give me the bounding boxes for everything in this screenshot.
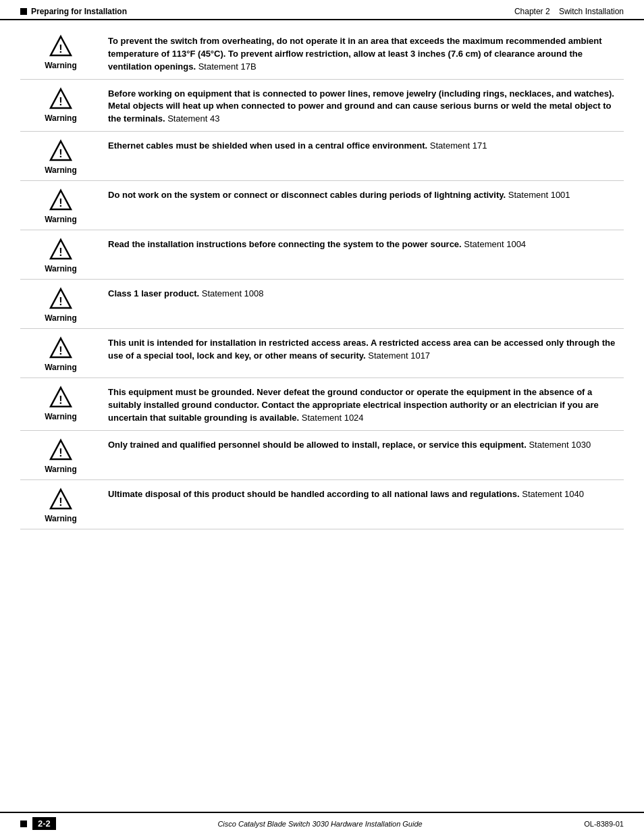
svg-text:!: ! [59,43,62,55]
warning-label: Warning [45,264,77,273]
warning-row: ! WarningTo prevent the switch from over… [20,27,624,80]
warning-label: Warning [45,465,77,474]
warning-left-7: ! Warning [20,334,108,372]
warning-statement: Statement 1040 [520,489,584,499]
warning-label: Warning [45,113,77,123]
svg-text:!: ! [59,246,62,258]
warning-icon: ! [48,237,74,263]
svg-text:!: ! [59,345,62,357]
svg-text:!: ! [59,394,62,406]
warning-bold-text: Read the installation instructions befor… [108,239,462,249]
warning-text: This unit is intended for installation i… [108,334,624,363]
header-section: Switch Installation [559,7,624,16]
warning-label: Warning [45,215,77,224]
warning-icon: ! [48,86,74,112]
warning-label: Warning [45,412,77,421]
footer-doc-number: OL-8389-01 [584,820,624,828]
footer-bullet [20,820,27,827]
warning-row: ! WarningOnly trained and qualified pers… [20,431,624,480]
warning-label: Warning [45,514,77,523]
warning-row: ! WarningBefore working on equipment tha… [20,80,624,132]
warning-bold-text: Ultimate disposal of this product should… [108,489,520,499]
warning-row: ! WarningClass 1 laser product. Statemen… [20,280,624,329]
warning-text: This equipment must be grounded. Never d… [108,384,624,425]
warning-row: ! WarningRead the installation instructi… [20,230,624,280]
warning-row: ! WarningThis unit is intended for insta… [20,329,624,378]
warning-left-4: ! Warning [20,186,108,224]
warning-text: Ultimate disposal of this product should… [108,486,624,501]
svg-text:!: ! [59,296,62,307]
header-chapter: Chapter 2 [514,7,550,16]
warning-text: Read the installation instructions befor… [108,236,624,251]
warning-bold-text: This unit is intended for installation i… [108,338,615,361]
footer-title: Cisco Catalyst Blade Switch 3030 Hardwar… [217,820,422,828]
warning-label: Warning [45,363,77,372]
warning-bold-text: Only trained and qualified personnel sho… [108,440,527,450]
header-chapter-section: Chapter 2 Switch Installation [514,7,624,16]
svg-text:!: ! [59,197,62,209]
warning-statement: Statement 171 [427,140,487,151]
warning-label: Warning [45,313,77,323]
warning-row: ! WarningEthernet cables must be shielde… [20,132,624,181]
warning-icon: ! [48,188,74,213]
warning-icon: ! [48,138,74,164]
warning-statement: Statement 1017 [366,350,430,361]
warning-left-2: ! Warning [20,85,108,123]
warning-row: ! WarningThis equipment must be grounded… [20,378,624,431]
warning-row: ! WarningUltimate disposal of this produ… [20,480,624,529]
warning-label: Warning [45,165,77,175]
warning-icon: ! [48,438,74,463]
warning-statement: Statement 1008 [199,288,263,298]
warning-text: Do not work on the system or connect or … [108,186,624,202]
footer-page-number: 2-2 [32,817,56,830]
warning-icon: ! [48,487,74,513]
warning-text: Class 1 laser product. Statement 1008 [108,285,624,301]
warning-bold-text: To prevent the switch from overheating, … [108,36,602,72]
warning-left-1: ! Warning [20,32,108,70]
warning-text: Ethernet cables must be shielded when us… [108,137,624,153]
warning-statement: Statement 1001 [506,190,570,200]
warning-left-5: ! Warning [20,236,108,273]
footer-left: 2-2 [20,817,56,830]
warning-left-8: ! Warning [20,384,108,421]
header-bullet [20,8,27,15]
warning-icon: ! [48,385,74,411]
warning-statement: Statement 1030 [527,440,591,450]
warning-bold-text: Class 1 laser product. [108,288,199,298]
svg-text:!: ! [59,496,62,508]
svg-text:!: ! [59,96,62,107]
header-subsection: Preparing for Installation [20,7,127,16]
content-area: ! WarningTo prevent the switch from over… [0,20,644,529]
warning-statement: Statement 43 [165,113,220,124]
warning-icon: ! [48,336,74,361]
warning-left-3: ! Warning [20,137,108,175]
header-subsection-text: Preparing for Installation [31,7,127,16]
warning-left-6: ! Warning [20,285,108,323]
warning-icon: ! [48,286,74,312]
warning-text: Before working on equipment that is conn… [108,85,624,126]
warning-label: Warning [45,61,77,70]
warning-left-9: ! Warning [20,436,108,474]
warning-row: ! WarningDo not work on the system or co… [20,181,624,230]
warning-statement: Statement 1004 [462,239,526,249]
warning-left-10: ! Warning [20,486,108,523]
svg-text:!: ! [59,447,62,459]
warning-bold-text: Ethernet cables must be shielded when us… [108,140,427,151]
page-footer: 2-2 Cisco Catalyst Blade Switch 3030 Har… [0,812,644,834]
page-header: Preparing for Installation Chapter 2 Swi… [0,0,644,20]
svg-text:!: ! [59,148,62,159]
warning-text: Only trained and qualified personnel sho… [108,436,624,452]
warning-bold-text: Do not work on the system or connect or … [108,190,506,200]
warning-icon: ! [48,34,74,59]
warning-statement: Statement 17B [196,61,257,72]
warning-text: To prevent the switch from overheating, … [108,32,624,74]
warning-statement: Statement 1024 [299,413,363,423]
